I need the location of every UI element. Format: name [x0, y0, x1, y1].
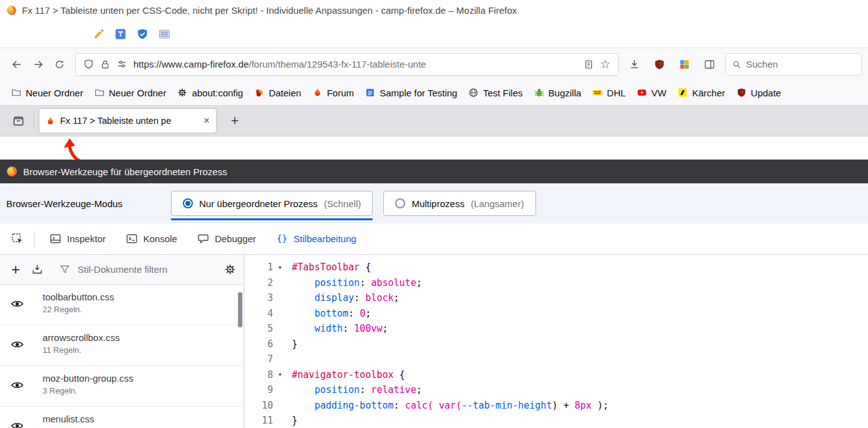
sidebar-icon[interactable]	[699, 54, 720, 75]
pick-element-icon[interactable]	[5, 228, 29, 250]
code-line[interactable]: 3 display: block;	[244, 290, 868, 306]
code-line[interactable]: 6}	[244, 337, 868, 352]
bookmark-favicon-icon	[365, 88, 375, 98]
forward-button[interactable]	[28, 54, 49, 75]
code-line[interactable]: 2 position: absolute;	[244, 275, 868, 291]
moz-button-group.css[interactable]: moz-button-group.css 3 Regeln.	[0, 366, 244, 407]
bookmark-item[interactable]: about:config	[172, 84, 248, 101]
url-bar[interactable]: https://www.camp-firefox.de/forum/thema/…	[75, 53, 619, 76]
mode-option-hint: (Langsamer)	[471, 198, 524, 209]
devtool-tab[interactable]: Inspektor	[39, 223, 116, 254]
tab-title: Fx 117 > Tableiste unten pe	[60, 116, 199, 126]
bookmark-label: Test Files	[483, 88, 522, 98]
code-line[interactable]: 7	[244, 352, 868, 367]
new-stylesheet-button[interactable]	[8, 262, 24, 277]
menu-item[interactable]	[49, 30, 60, 38]
permissions-icon[interactable]	[116, 59, 127, 69]
mode-option[interactable]: Nur übergeordneter Prozess (Schnell)	[171, 191, 373, 216]
bookmark-star-icon[interactable]	[600, 58, 611, 71]
menu-extension-icons	[93, 28, 170, 40]
menu-item[interactable]	[15, 30, 26, 38]
search-input[interactable]	[746, 59, 855, 69]
fold-arrow-icon[interactable]: ▾	[273, 263, 287, 272]
bookmark-item[interactable]: VW	[632, 84, 671, 101]
code-line[interactable]: 1▾#TabsToolbar {	[244, 260, 868, 275]
scrollbar-thumb[interactable]	[238, 292, 242, 327]
ublock-icon[interactable]	[649, 54, 670, 75]
bookmark-label: Update	[751, 88, 781, 98]
tab-list-icon[interactable]	[8, 110, 29, 131]
visibility-eye-icon[interactable]	[11, 338, 24, 351]
code-line[interactable]: 11}	[244, 413, 868, 428]
bookmark-item[interactable]: Test Files	[463, 84, 527, 101]
devtool-label: Stilbearbeitung	[294, 233, 356, 244]
filter-input[interactable]	[78, 264, 217, 275]
menulist.css[interactable]: menulist.css	[0, 407, 244, 428]
bookmark-favicon-icon	[534, 88, 544, 98]
line-number: 10	[244, 400, 273, 411]
line-number: 9	[244, 384, 273, 395]
visibility-eye-icon[interactable]	[11, 419, 24, 428]
devtool-tab[interactable]: Stilbearbeitung	[266, 223, 366, 254]
toolbarbutton.css[interactable]: toolbarbutton.css 22 Regeln.	[0, 285, 244, 325]
gear-icon[interactable]	[224, 263, 236, 275]
tab-favicon-icon	[46, 116, 55, 126]
back-button[interactable]	[6, 54, 28, 75]
reader-mode-icon[interactable]	[584, 59, 594, 69]
menu-items	[4, 30, 83, 38]
toolbox-mode-row: Browser-Werkzeuge-Modus Nur übergeordnet…	[0, 183, 868, 223]
tracking-protection-icon[interactable]	[83, 59, 94, 69]
title-bar: Fx 117 > Tableiste unten per CSS-Code, n…	[0, 0, 868, 20]
tab-close-icon[interactable]	[204, 115, 210, 126]
devtool-tab[interactable]: Debugger	[187, 223, 266, 254]
code-line[interactable]: 9 position: relative;	[244, 382, 868, 398]
visibility-eye-icon[interactable]	[11, 297, 24, 310]
import-stylesheet-icon[interactable]	[31, 263, 43, 275]
firefox-logo-icon	[6, 5, 17, 16]
bookmark-item[interactable]: Neuer Ordner	[6, 84, 88, 101]
devtools-tabs: Inspektor Konsole Debugger Stilbearbeitu…	[39, 223, 366, 254]
download-icon[interactable]	[624, 54, 645, 75]
new-tab-button[interactable]	[225, 111, 245, 131]
search-bar[interactable]	[725, 53, 862, 76]
code-line[interactable]: 10 padding-bottom: calc( var(--tab-min-h…	[244, 398, 868, 414]
bookmark-item[interactable]: Neuer Ordner	[90, 84, 172, 101]
bookmark-item[interactable]: DHL	[587, 84, 631, 101]
devtool-tab[interactable]: Konsole	[116, 223, 187, 254]
menu-item[interactable]	[38, 30, 49, 38]
url-domain: https://www.camp-firefox.de	[133, 59, 249, 69]
bookmark-item[interactable]: Dateien	[249, 84, 306, 101]
lock-icon[interactable]	[100, 59, 110, 69]
annotation-arrow	[61, 138, 86, 163]
arrowscrollbox.css[interactable]: arrowscrollbox.css 11 Regeln.	[0, 325, 244, 366]
active-tab[interactable]: Fx 117 > Tableiste unten pe	[39, 109, 216, 133]
stylesheet-rule-count: 11 Regeln.	[43, 345, 244, 355]
bookmark-item[interactable]: Bugzilla	[529, 84, 587, 101]
devtool-icon	[276, 233, 288, 245]
visibility-eye-icon[interactable]	[11, 379, 24, 392]
bookmark-item[interactable]: Kärcher	[673, 84, 730, 101]
bookmark-item[interactable]: Update	[731, 84, 786, 101]
stylesheet-list: toolbarbutton.css 22 Regeln. arrowscroll…	[0, 285, 244, 428]
extension-icon[interactable]	[158, 28, 170, 40]
pencil-icon[interactable]	[93, 28, 105, 40]
menu-item[interactable]	[26, 30, 38, 38]
extension-icon[interactable]	[115, 28, 127, 40]
tab-separator	[34, 113, 34, 128]
menu-item[interactable]	[60, 30, 71, 38]
menu-item[interactable]	[4, 30, 15, 38]
mode-option[interactable]: Multiprozess (Langsamer)	[383, 191, 535, 216]
code-line[interactable]: 5 width: 100vw;	[244, 321, 868, 337]
menu-item[interactable]	[71, 30, 83, 38]
devtool-label: Inspektor	[67, 233, 106, 244]
bookmark-item[interactable]: Sample for Testing	[360, 84, 462, 101]
css-code-editor[interactable]: 1▾#TabsToolbar {2 position: absolute;3 d…	[244, 255, 868, 428]
reload-button[interactable]	[49, 54, 70, 75]
extension-icon[interactable]	[137, 28, 148, 40]
code-line[interactable]: 8▾#navigator-toolbox {	[244, 367, 868, 383]
bookmark-item[interactable]: Forum	[307, 84, 359, 101]
extension-icon[interactable]	[674, 54, 695, 75]
code-line[interactable]: 4 bottom: 0;	[244, 306, 868, 322]
url-text: https://www.camp-firefox.de/forum/thema/…	[133, 59, 577, 69]
fold-arrow-icon[interactable]: ▾	[273, 370, 287, 379]
